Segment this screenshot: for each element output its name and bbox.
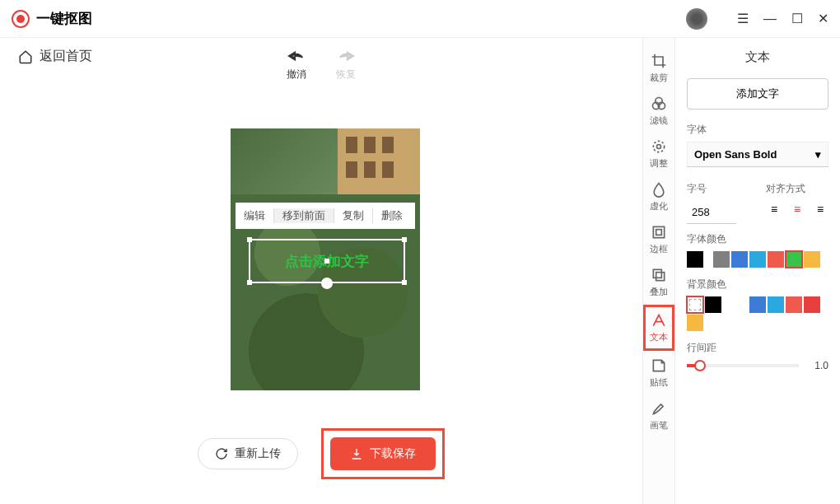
bg-color-swatch[interactable]: [723, 296, 740, 313]
avatar[interactable]: [686, 8, 707, 30]
context-bring-front[interactable]: 移到前面: [274, 208, 334, 223]
redo-button: 恢复: [336, 49, 356, 82]
font-color-swatch[interactable]: [713, 251, 730, 268]
refresh-icon: [215, 447, 228, 460]
slider-thumb[interactable]: [694, 360, 706, 371]
close-button[interactable]: ✕: [818, 11, 828, 26]
svg-rect-7: [653, 269, 661, 278]
context-menu: 编辑 移到前面 复制 删除: [236, 203, 415, 229]
svg-point-4: [653, 141, 664, 152]
rail-brush[interactable]: 画笔: [643, 395, 674, 436]
undo-button[interactable]: 撤消: [287, 49, 306, 82]
align-center[interactable]: ≡: [789, 201, 805, 217]
font-color-swatch[interactable]: [687, 251, 703, 268]
border-icon: [651, 224, 667, 240]
spacing-label: 行间距: [687, 341, 828, 355]
font-color-swatch[interactable]: [804, 251, 820, 268]
text-element[interactable]: 点击添加文字: [249, 239, 405, 283]
filter-icon: [651, 96, 667, 112]
align-left[interactable]: ≡: [766, 201, 782, 217]
context-delete[interactable]: 删除: [373, 208, 411, 223]
font-color-swatch[interactable]: [786, 251, 802, 268]
rail-sticker[interactable]: 贴纸: [643, 352, 674, 394]
font-color-swatches: [687, 251, 828, 268]
align-right[interactable]: ≡: [812, 201, 828, 217]
bg-color-swatch[interactable]: [705, 296, 721, 313]
rotate-handle[interactable]: [321, 278, 333, 289]
context-edit[interactable]: 编辑: [236, 208, 274, 223]
svg-rect-6: [656, 230, 662, 236]
maximize-button[interactable]: ☐: [791, 11, 803, 26]
bg-color-swatch[interactable]: [768, 296, 784, 313]
blur-icon: [651, 181, 667, 198]
undo-icon: [287, 49, 306, 64]
download-button[interactable]: 下载保存: [330, 437, 436, 470]
bg-color-swatch[interactable]: [804, 296, 820, 313]
tool-rail: 裁剪 滤镜 调整 虚化 边框 叠加 文本 贴纸 画笔: [642, 38, 675, 504]
size-label: 字号: [687, 182, 758, 196]
bg-color-swatches: [687, 296, 828, 331]
text-icon: [651, 312, 667, 329]
panel-title: 文本: [687, 49, 828, 65]
font-color-swatch[interactable]: [768, 251, 784, 268]
canvas-image[interactable]: 编辑 移到前面 复制 删除 点击添加文字: [231, 128, 420, 390]
svg-rect-8: [656, 273, 665, 281]
rail-overlay[interactable]: 叠加: [643, 262, 674, 303]
align-label: 对齐方式: [766, 182, 828, 196]
spacing-value: 1.0: [805, 360, 828, 371]
overlay-icon: [651, 267, 667, 283]
bg-color-swatch[interactable]: [687, 315, 703, 331]
font-select[interactable]: Open Sans Bold ▾: [687, 142, 828, 167]
logo-icon: [12, 10, 30, 28]
app-logo: 一键抠图: [12, 9, 92, 28]
rail-adjust[interactable]: 调整: [643, 133, 674, 175]
rail-border[interactable]: 边框: [643, 219, 674, 260]
adjust-icon: [651, 138, 667, 155]
rail-text[interactable]: 文本: [643, 305, 674, 351]
rail-crop[interactable]: 裁剪: [643, 48, 674, 89]
font-color-label: 字体颜色: [687, 232, 828, 246]
redo-icon: [337, 49, 355, 64]
bg-color-swatch[interactable]: [749, 296, 766, 313]
text-placeholder: 点击添加文字: [285, 252, 369, 271]
svg-point-3: [657, 145, 661, 149]
add-text-button[interactable]: 添加文字: [687, 78, 828, 110]
crop-icon: [651, 53, 667, 69]
download-highlight: 下载保存: [321, 428, 445, 479]
font-label: 字体: [687, 123, 828, 137]
line-spacing-slider[interactable]: [687, 364, 799, 367]
reupload-button[interactable]: 重新上传: [198, 438, 298, 469]
bg-color-label: 背景颜色: [687, 278, 828, 292]
font-size-input[interactable]: [687, 201, 736, 224]
download-icon: [350, 447, 363, 460]
font-color-swatch[interactable]: [749, 251, 766, 268]
minimize-button[interactable]: ―: [763, 12, 777, 26]
sticker-icon: [651, 357, 667, 374]
bg-color-swatch[interactable]: [786, 296, 802, 313]
app-name: 一键抠图: [36, 9, 92, 28]
bg-color-swatch[interactable]: [687, 296, 703, 313]
context-copy[interactable]: 复制: [334, 208, 373, 223]
rail-filter[interactable]: 滤镜: [643, 91, 674, 132]
brush-icon: [651, 400, 667, 417]
rail-blur[interactable]: 虚化: [643, 176, 674, 217]
chevron-down-icon: ▾: [815, 148, 821, 161]
menu-icon[interactable]: ☰: [737, 11, 749, 26]
font-color-swatch[interactable]: [731, 251, 748, 268]
properties-panel: 文本 添加文字 字体 Open Sans Bold ▾ 字号 对齐方式 ≡ ≡ …: [675, 38, 840, 504]
svg-rect-5: [653, 226, 664, 237]
